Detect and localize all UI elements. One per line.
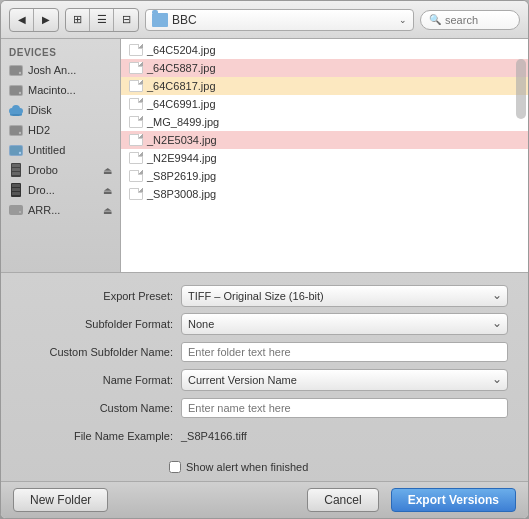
svg-point-16 — [19, 151, 21, 153]
svg-rect-24 — [12, 192, 20, 195]
name-format-select-wrapper: Current Version Name — [181, 369, 508, 391]
svg-point-2 — [19, 71, 21, 73]
subfolder-format-select-wrapper: None — [181, 313, 508, 335]
svg-point-26 — [19, 211, 21, 213]
eject-icon[interactable]: ⏏ — [103, 205, 112, 216]
show-alert-row: Show alert when finished — [1, 461, 528, 473]
file-icon — [129, 44, 143, 56]
name-format-select[interactable]: Current Version Name — [181, 369, 508, 391]
hd-icon — [9, 63, 23, 77]
custom-subfolder-input[interactable] — [181, 342, 508, 362]
list-view-button[interactable]: ☰ — [90, 9, 114, 31]
file-name: _N2E5034.jpg — [147, 134, 217, 146]
location-text: BBC — [172, 13, 395, 27]
filename-example-label: File Name Example: — [21, 430, 181, 442]
svg-rect-23 — [12, 188, 20, 191]
bottom-panel: Export Preset: TIFF – Original Size (16-… — [1, 272, 528, 518]
export-form: Export Preset: TIFF – Original Size (16-… — [1, 285, 528, 461]
file-row[interactable]: _64C6817.jpg — [121, 77, 528, 95]
file-name: _MG_8499.jpg — [147, 116, 219, 128]
export-preset-label: Export Preset: — [21, 290, 181, 302]
file-row[interactable]: _S8P2619.jpg — [121, 167, 528, 185]
subfolder-format-label: Subfolder Format: — [21, 318, 181, 330]
file-name: _64C5887.jpg — [147, 62, 216, 74]
file-icon — [129, 152, 143, 164]
new-folder-button[interactable]: New Folder — [13, 488, 108, 512]
back-button[interactable]: ◀ — [10, 9, 34, 31]
file-row[interactable]: _S8P3008.jpg — [121, 185, 528, 203]
file-list: _64C5204.jpg _64C5887.jpg _64C6817.jpg _… — [121, 39, 528, 205]
file-icon — [129, 188, 143, 200]
name-format-label: Name Format: — [21, 374, 181, 386]
custom-name-label: Custom Name: — [21, 402, 181, 414]
custom-subfolder-label: Custom Subfolder Name: — [21, 346, 181, 358]
show-alert-label: Show alert when finished — [186, 461, 308, 473]
file-row[interactable]: _MG_8499.jpg — [121, 113, 528, 131]
sidebar: DEVICES Josh An... Macinto... — [1, 39, 121, 272]
file-icon — [129, 80, 143, 92]
folder-icon — [152, 13, 168, 27]
file-row[interactable]: _64C6991.jpg — [121, 95, 528, 113]
file-row[interactable]: _N2E9944.jpg — [121, 149, 528, 167]
file-row[interactable]: _N2E5034.jpg — [121, 131, 528, 149]
sidebar-item-label-josh: Josh An... — [28, 64, 112, 76]
sidebar-item-macinto[interactable]: Macinto... — [1, 80, 120, 100]
sidebar-item-arr[interactable]: ARR... ⏏ — [1, 200, 120, 220]
idisk-icon — [9, 103, 23, 117]
sidebar-item-label-dro2: Dro... — [28, 184, 96, 196]
hd-icon — [9, 83, 23, 97]
search-icon: 🔍 — [429, 14, 441, 25]
hd-icon — [9, 123, 23, 137]
scrollbar-thumb[interactable] — [516, 59, 526, 119]
eject-icon[interactable]: ⏏ — [103, 165, 112, 176]
sidebar-item-hd2[interactable]: HD2 — [1, 120, 120, 140]
svg-rect-20 — [12, 172, 20, 175]
svg-rect-22 — [12, 184, 20, 187]
export-versions-button[interactable]: Export Versions — [391, 488, 516, 512]
export-preset-select[interactable]: TIFF – Original Size (16-bit) — [181, 285, 508, 307]
column-view-button[interactable]: ⊟ — [114, 9, 138, 31]
main-area: DEVICES Josh An... Macinto... — [1, 39, 528, 272]
svg-rect-25 — [9, 205, 23, 215]
location-bar[interactable]: BBC ⌄ — [145, 9, 414, 31]
forward-button[interactable]: ▶ — [34, 9, 58, 31]
sidebar-item-josh[interactable]: Josh An... — [1, 60, 120, 80]
toolbar: ◀ ▶ ⊞ ☰ ⊟ BBC ⌄ 🔍 — [1, 1, 528, 39]
export-preset-row: Export Preset: TIFF – Original Size (16-… — [21, 285, 508, 307]
show-alert-checkbox[interactable] — [169, 461, 181, 473]
file-name: _N2E9944.jpg — [147, 152, 217, 164]
custom-name-input[interactable] — [181, 398, 508, 418]
subfolder-format-select[interactable]: None — [181, 313, 508, 335]
sidebar-item-label-macinto: Macinto... — [28, 84, 112, 96]
file-name: _64C5204.jpg — [147, 44, 216, 56]
svg-point-5 — [19, 91, 21, 93]
button-bar: New Folder Cancel Export Versions — [1, 481, 528, 518]
subfolder-format-row: Subfolder Format: None — [21, 313, 508, 335]
sidebar-item-idisk[interactable]: iDisk — [1, 100, 120, 120]
custom-name-row: Custom Name: — [21, 397, 508, 419]
name-format-row: Name Format: Current Version Name — [21, 369, 508, 391]
eject-icon[interactable]: ⏏ — [103, 185, 112, 196]
icon-view-button[interactable]: ⊞ — [66, 9, 90, 31]
file-icon — [129, 62, 143, 74]
file-icon — [129, 134, 143, 146]
export-preset-select-wrapper: TIFF – Original Size (16-bit) — [181, 285, 508, 307]
search-input[interactable] — [445, 14, 515, 26]
location-dropdown-icon: ⌄ — [399, 15, 407, 25]
drobo-icon — [9, 183, 23, 197]
search-bar[interactable]: 🔍 — [420, 10, 520, 30]
sidebar-item-dro2[interactable]: Dro... ⏏ — [1, 180, 120, 200]
sidebar-item-untitled[interactable]: Untitled — [1, 140, 120, 160]
svg-rect-18 — [12, 164, 20, 167]
file-row[interactable]: _64C5204.jpg — [121, 41, 528, 59]
nav-button-group: ◀ ▶ — [9, 8, 59, 32]
sidebar-item-label-untitled: Untitled — [28, 144, 112, 156]
cancel-button[interactable]: Cancel — [307, 488, 378, 512]
button-bar-center: Cancel Export Versions — [307, 488, 516, 512]
sidebar-item-drobo[interactable]: Drobo ⏏ — [1, 160, 120, 180]
filename-example-row: File Name Example: _S8P4166.tiff — [21, 425, 508, 447]
file-icon — [129, 170, 143, 182]
file-row[interactable]: _64C5887.jpg — [121, 59, 528, 77]
drobo-icon — [9, 163, 23, 177]
svg-point-10 — [10, 114, 22, 116]
